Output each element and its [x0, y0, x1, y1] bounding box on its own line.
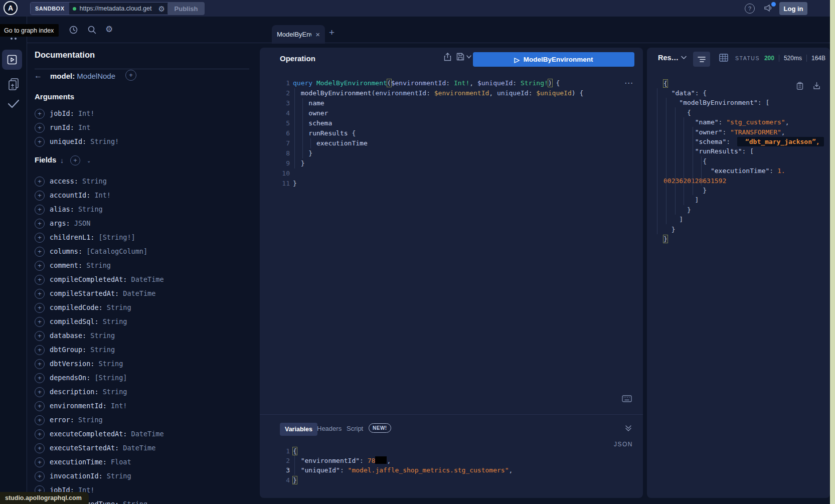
- endpoint-url[interactable]: https://metadata.cloud.get: [80, 5, 155, 12]
- tab-headers[interactable]: Headers: [317, 425, 342, 432]
- parent-type-link[interactable]: ModelNode: [77, 72, 115, 80]
- query-line[interactable]: 2 modelByEnvironment(environmentId: $env…: [260, 88, 643, 98]
- connection-settings-gear-icon[interactable]: ⚙: [158, 5, 165, 13]
- field-name[interactable]: compiledSql: String: [50, 317, 127, 325]
- tab-variables[interactable]: Variables: [280, 423, 317, 436]
- sidebar-item-operations[interactable]: [2, 50, 22, 70]
- field-type[interactable]: [CatalogColumn]: [82, 247, 147, 255]
- query-line[interactable]: 8 }: [260, 148, 643, 158]
- field-type[interactable]: Float: [107, 458, 131, 466]
- field-name[interactable]: executionTime: Float: [50, 458, 131, 466]
- field-name[interactable]: jobId: Int!: [50, 109, 94, 117]
- login-button[interactable]: Log in: [779, 2, 807, 15]
- add-parent-field-button[interactable]: +: [125, 70, 136, 81]
- field-name[interactable]: dependsOn: [String]: [50, 374, 127, 382]
- field-type[interactable]: [String!]: [94, 233, 135, 241]
- add-field-button[interactable]: +: [35, 233, 45, 243]
- field-type[interactable]: String: [103, 303, 131, 311]
- apollo-logo[interactable]: A: [4, 1, 18, 15]
- add-field-button[interactable]: +: [35, 471, 45, 481]
- tree-view-button[interactable]: [693, 52, 710, 67]
- field-type[interactable]: [String]: [90, 374, 127, 382]
- field-type[interactable]: String: [74, 416, 103, 424]
- add-field-button[interactable]: +: [35, 289, 45, 299]
- sort-fields-icon[interactable]: ↓: [60, 156, 64, 164]
- response-title[interactable]: Res…: [658, 54, 679, 62]
- add-field-button[interactable]: +: [35, 373, 45, 383]
- field-type[interactable]: String: [86, 346, 115, 354]
- field-type[interactable]: JSON: [70, 219, 91, 227]
- field-name[interactable]: executeStartedAt: DateTime: [50, 444, 155, 452]
- keyboard-shortcuts-icon[interactable]: [622, 395, 632, 402]
- field-name[interactable]: environmentId: Int!: [50, 402, 127, 410]
- add-field-button[interactable]: +: [35, 247, 45, 257]
- field-type[interactable]: String: [94, 360, 123, 368]
- field-name[interactable]: accountId: Int!: [50, 191, 111, 199]
- add-field-button[interactable]: +: [35, 261, 45, 271]
- add-field-button[interactable]: +: [35, 415, 45, 425]
- add-field-button[interactable]: +: [35, 191, 45, 201]
- query-line[interactable]: 10: [260, 169, 643, 179]
- publish-button[interactable]: Publish: [168, 2, 205, 15]
- query-line[interactable]: 6 runResults {: [260, 128, 643, 138]
- variables-line[interactable]: 2 "environmentId": 78,: [260, 456, 643, 465]
- add-field-button[interactable]: +: [35, 317, 45, 327]
- history-icon[interactable]: [69, 26, 78, 34]
- field-type[interactable]: String: [74, 205, 103, 213]
- tab-script[interactable]: Script: [347, 425, 363, 432]
- table-view-button[interactable]: [719, 54, 728, 62]
- field-type[interactable]: String!: [86, 137, 119, 145]
- new-tab-button[interactable]: +: [329, 27, 335, 38]
- field-name[interactable]: uniqueId: String!: [50, 137, 119, 145]
- field-name[interactable]: description: String: [50, 388, 127, 396]
- field-name[interactable]: error: String: [50, 416, 103, 424]
- field-name[interactable]: alias: String: [50, 205, 103, 213]
- field-type[interactable]: String: [99, 388, 127, 396]
- response-dropdown-chevron[interactable]: [681, 56, 687, 60]
- sidebar-item-checks[interactable]: [0, 99, 27, 109]
- query-line[interactable]: 11}: [260, 179, 643, 189]
- field-name[interactable]: compileStartedAt: DateTime: [50, 289, 155, 297]
- add-field-button[interactable]: +: [35, 219, 45, 229]
- add-field-button[interactable]: +: [35, 429, 45, 439]
- field-type[interactable]: String: [86, 331, 115, 340]
- query-line[interactable]: 9 }: [260, 158, 643, 169]
- save-icon[interactable]: [456, 53, 464, 61]
- add-field-button[interactable]: +: [35, 205, 45, 215]
- variables-line[interactable]: 3 "uniqueId": "model.jaffle_shop_metrics…: [260, 465, 643, 475]
- field-name[interactable]: childrenL1: [String!]: [50, 233, 135, 241]
- share-icon[interactable]: [444, 53, 451, 61]
- save-dropdown-chevron[interactable]: [466, 55, 471, 59]
- field-type[interactable]: DateTime: [119, 444, 155, 452]
- field-name[interactable]: runId: Int: [50, 123, 90, 131]
- add-field-button[interactable]: +: [35, 177, 45, 187]
- add-field-button[interactable]: +: [35, 457, 45, 467]
- add-field-button[interactable]: +: [35, 137, 45, 147]
- tab-modelbyenvironment[interactable]: ModelByEnvi… ×: [272, 25, 325, 44]
- field-type[interactable]: Int!: [74, 109, 95, 117]
- back-button[interactable]: ←: [34, 71, 42, 80]
- add-field-button[interactable]: +: [35, 359, 45, 369]
- field-type[interactable]: String: [99, 317, 127, 325]
- sidebar-item-schema[interactable]: [0, 78, 27, 91]
- query-line[interactable]: 5 schema: [260, 118, 643, 128]
- add-field-button[interactable]: +: [35, 387, 45, 397]
- add-all-fields-button[interactable]: +: [70, 155, 80, 165]
- field-type[interactable]: String: [103, 472, 131, 480]
- field-type[interactable]: String: [119, 500, 147, 504]
- add-field-button[interactable]: +: [35, 345, 45, 355]
- field-name[interactable]: dbtVersion: String: [50, 360, 123, 368]
- variables-line[interactable]: 4}: [260, 475, 643, 485]
- add-field-button[interactable]: +: [35, 443, 45, 453]
- field-name[interactable]: args: JSON: [50, 219, 90, 227]
- add-field-button[interactable]: +: [35, 123, 45, 133]
- field-name[interactable]: invocationId: String: [50, 472, 131, 480]
- graph-index-icon[interactable]: [0, 38, 27, 40]
- field-type[interactable]: DateTime: [119, 289, 155, 297]
- announcements-icon[interactable]: [764, 4, 775, 14]
- field-type[interactable]: String: [82, 261, 111, 269]
- field-name[interactable]: compiledCode: String: [50, 303, 131, 311]
- collapse-panel-icon[interactable]: [625, 425, 632, 432]
- field-type[interactable]: Int!: [90, 191, 111, 199]
- query-line[interactable]: 4 owner: [260, 108, 643, 118]
